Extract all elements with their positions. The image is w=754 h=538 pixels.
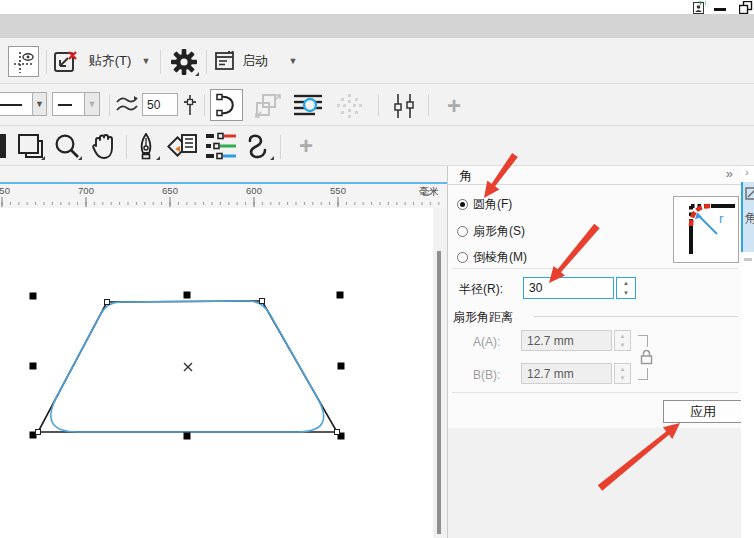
- active-docker-tab[interactable]: 角: [741, 182, 754, 252]
- scallop-section-header: 扇形角距离: [453, 309, 513, 326]
- restore-button[interactable]: [737, 0, 754, 14]
- radius-input[interactable]: 30: [523, 277, 614, 299]
- snap-to-label[interactable]: 贴齐(T): [84, 50, 136, 72]
- partial-tool-icon[interactable]: [0, 132, 8, 160]
- smoothness-input[interactable]: 50: [142, 93, 178, 116]
- link-bracket-top: [638, 335, 648, 347]
- svg-text:550: 550: [330, 185, 346, 196]
- user-account-icon[interactable]: [692, 0, 707, 14]
- field-a-input: 12.7 mm: [521, 330, 612, 351]
- inactive-tab-fragment[interactable]: [744, 258, 752, 261]
- page-tool-icon[interactable]: [14, 131, 46, 161]
- radio-chamfered-corner[interactable]: 倒棱角(M): [457, 249, 527, 265]
- radio-dot[interactable]: [457, 226, 468, 237]
- radius-label: 半径(R):: [459, 281, 503, 298]
- docker-title: 角: [459, 167, 472, 185]
- field-b-input: 12.7 mm: [521, 363, 612, 384]
- snap-dropdown-caret[interactable]: ▼: [139, 54, 153, 68]
- add-tool-plus-icon-2[interactable]: +: [292, 132, 320, 160]
- outline-style-selector[interactable]: [0, 92, 33, 116]
- link-bracket-bottom: [638, 368, 648, 380]
- field-b-spinner: ▲▼: [614, 363, 631, 384]
- line-style-caret[interactable]: ▼: [85, 92, 100, 116]
- launch-label[interactable]: 启动: [239, 50, 271, 72]
- radius-spinner[interactable]: ▲▼: [616, 277, 636, 299]
- svg-text:750: 750: [0, 185, 10, 196]
- docker-collapse-icon[interactable]: »: [726, 166, 733, 181]
- scrollbar-thumb[interactable]: [437, 251, 441, 534]
- radio-chamfered-corner-label: 倒棱角(M): [473, 249, 527, 266]
- svg-text:700: 700: [78, 185, 94, 196]
- field-a-label: A(A):: [473, 335, 500, 349]
- radio-round-corner-label: 圆角(F): [473, 196, 512, 213]
- menubar-strip: [0, 14, 754, 38]
- apply-button[interactable]: 应用: [663, 400, 743, 423]
- preview-radius-label: r: [719, 211, 724, 226]
- zoom-tool-icon[interactable]: [51, 131, 83, 161]
- field-a-spinner: ▲▼: [614, 330, 631, 351]
- toolbox-bar: +: [0, 126, 754, 166]
- pan-hand-tool-icon[interactable]: [87, 131, 119, 161]
- text-wrap-icon[interactable]: [290, 92, 326, 120]
- smoothness-wave-icon: [115, 93, 139, 117]
- corner-docker: 角 » 圆角(F) 扇形角(S) 倒棱角(M) r 半径(R): 30 ▲▼ 扇…: [447, 166, 741, 538]
- drawing-canvas[interactable]: [0, 208, 433, 538]
- horizontal-ruler: 750700650600550 毫米: [0, 166, 447, 208]
- snap-off-icon[interactable]: [52, 48, 80, 76]
- scale-objects-icon: [251, 92, 285, 120]
- docker-tab-label-fragment: 角: [745, 210, 754, 227]
- svg-text:650: 650: [162, 185, 178, 196]
- ruler-ticks: 750700650600550: [0, 182, 447, 208]
- trapezoid-shape[interactable]: [0, 208, 433, 538]
- edit-fill-tool-icon[interactable]: [165, 131, 201, 161]
- radio-round-corner[interactable]: 圆角(F): [457, 196, 512, 212]
- close-curve-button[interactable]: [210, 89, 243, 121]
- lock-icon[interactable]: [640, 349, 653, 368]
- line-style-selector[interactable]: [52, 92, 85, 116]
- launch-dropdown-caret[interactable]: ▼: [286, 54, 300, 68]
- outline-style-caret[interactable]: ▼: [33, 92, 47, 116]
- options-gear-icon[interactable]: [168, 46, 200, 77]
- add-tool-plus-icon[interactable]: +: [440, 92, 468, 120]
- titlebar: [0, 0, 754, 14]
- standard-toolbar: 贴齐(T) ▼ 启动 ▼: [0, 38, 754, 84]
- docker-header: 角 »: [448, 166, 741, 185]
- docker-tab-strip[interactable]: › 角: [741, 166, 754, 538]
- curve-loop-tool-icon[interactable]: [241, 131, 275, 161]
- field-b-label: B(B):: [473, 368, 500, 382]
- radio-dot[interactable]: [457, 199, 468, 210]
- sliders-icon[interactable]: [386, 92, 422, 120]
- radio-dot[interactable]: [457, 252, 468, 263]
- property-bar: ▼ ▼ 50: [0, 84, 754, 126]
- svg-text:600: 600: [246, 185, 262, 196]
- dotted-effect-icon: [333, 92, 367, 120]
- color-adjust-tool-icon[interactable]: [203, 131, 239, 161]
- preview-toggle-button[interactable]: [8, 46, 39, 77]
- minimize-button[interactable]: [712, 0, 728, 14]
- vertical-scrollbar[interactable]: [433, 208, 447, 538]
- ruler-unit-label: 毫米: [419, 185, 439, 199]
- docker-lower-area: [448, 428, 741, 538]
- radio-scalloped-corner[interactable]: 扇形角(S): [457, 223, 525, 239]
- smoothness-slider-icon[interactable]: [181, 93, 199, 117]
- pen-nib-tool-icon[interactable]: [131, 131, 161, 161]
- launch-window-icon[interactable]: [213, 49, 237, 73]
- radio-scalloped-corner-label: 扇形角(S): [473, 223, 525, 240]
- docker-close-chevron-icon[interactable]: ›: [745, 166, 749, 178]
- corner-preview-thumbnail: r: [673, 196, 739, 263]
